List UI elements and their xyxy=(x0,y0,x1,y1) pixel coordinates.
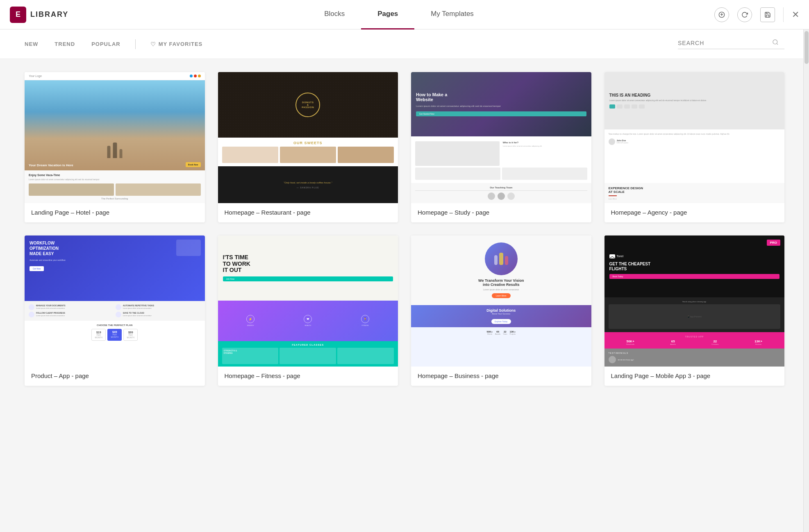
filter-trend[interactable]: TREND xyxy=(46,29,83,59)
header-divider xyxy=(783,7,784,22)
filter-popular[interactable]: POPULAR xyxy=(83,29,129,59)
filter-favorites[interactable]: ♡ MY FAVORITES xyxy=(142,29,211,59)
header-actions: ✕ xyxy=(714,7,799,22)
card-preview-hotel: Your Logo Your xyxy=(25,72,205,203)
card-preview-app: WORKFLOWOPTIMIZATIONMADE EASY Automate a… xyxy=(25,235,205,367)
card-preview-business: We Transform Your Visioninto Creative Re… xyxy=(411,235,591,367)
card-title-agency: Homepage – Agency - page xyxy=(604,203,785,222)
card-title-restaurant: Homepage – Restaurant - page xyxy=(218,203,398,222)
card-agency[interactable]: THIS IS AN HEADING Lorem ipsum dolor sit… xyxy=(604,72,785,222)
logo-letter: E xyxy=(16,10,20,19)
card-title-mobile: Landing Page – Mobile App 3 - page xyxy=(604,367,785,386)
svg-point-2 xyxy=(773,40,777,44)
logo-text: LIBRARY xyxy=(30,10,68,19)
save-button[interactable] xyxy=(760,7,775,22)
card-fitness[interactable]: I'TS TIMETO WORKIT OUT Join Now ⚡ ENERGY… xyxy=(218,235,398,386)
card-preview-fitness: I'TS TIMETO WORKIT OUT Join Now ⚡ ENERGY… xyxy=(218,235,398,367)
search-area xyxy=(678,39,784,49)
content-grid: Your Logo Your xyxy=(0,59,809,402)
card-preview-agency: THIS IS AN HEADING Lorem ipsum dolor sit… xyxy=(604,72,785,203)
card-mobile[interactable]: PRO Torel GET THE CHEAPESTFLIGHTS Book T… xyxy=(604,235,785,386)
card-title-study: Homepage – Study - page xyxy=(411,203,591,222)
filter-tabs: NEW TREND POPULAR ♡ MY FAVORITES xyxy=(25,29,678,59)
card-restaurant[interactable]: DONUTS&PASSION OUR SWEETS "Only food, se… xyxy=(218,72,398,222)
card-study[interactable]: How to Make aWebsite Lorem ipsum dolor s… xyxy=(411,72,591,222)
search-icon xyxy=(772,39,779,47)
card-title-fitness: Homepage – Fitness - page xyxy=(218,367,398,386)
close-button[interactable]: ✕ xyxy=(792,9,799,20)
card-title-app: Product – App - page xyxy=(25,367,205,386)
upload-button[interactable] xyxy=(714,7,729,22)
card-title-business: Homepage – Business - page xyxy=(411,367,591,386)
card-business[interactable]: We Transform Your Visioninto Creative Re… xyxy=(411,235,591,386)
nav-tabs: Blocks Pages My Templates xyxy=(84,0,714,29)
header: E LIBRARY Blocks Pages My Templates xyxy=(0,0,809,29)
tab-blocks[interactable]: Blocks xyxy=(308,0,361,29)
scrollbar-thumb[interactable] xyxy=(804,31,809,64)
tab-my-templates[interactable]: My Templates xyxy=(414,0,490,29)
card-title-hotel: Landing Page – Hotel - page xyxy=(25,203,205,222)
logo-area: E LIBRARY xyxy=(10,7,84,23)
card-preview-mobile: PRO Torel GET THE CHEAPESTFLIGHTS Book T… xyxy=(604,235,785,367)
tab-pages[interactable]: Pages xyxy=(361,0,414,29)
svg-line-3 xyxy=(777,43,778,45)
search-input[interactable] xyxy=(678,40,768,46)
card-app[interactable]: WORKFLOWOPTIMIZATIONMADE EASY Automate a… xyxy=(25,235,205,386)
card-preview-restaurant: DONUTS&PASSION OUR SWEETS "Only food, se… xyxy=(218,72,398,203)
pro-badge: PRO xyxy=(767,240,780,246)
filter-divider xyxy=(135,39,136,49)
card-hotel[interactable]: Your Logo Your xyxy=(25,72,205,222)
scrollbar[interactable] xyxy=(803,29,809,532)
logo-icon: E xyxy=(10,7,26,23)
filter-new[interactable]: NEW xyxy=(25,29,46,59)
refresh-button[interactable] xyxy=(737,7,752,22)
heart-icon: ♡ xyxy=(150,41,156,48)
filter-bar: NEW TREND POPULAR ♡ MY FAVORITES xyxy=(0,29,809,59)
card-preview-study: How to Make aWebsite Lorem ipsum dolor s… xyxy=(411,72,591,203)
